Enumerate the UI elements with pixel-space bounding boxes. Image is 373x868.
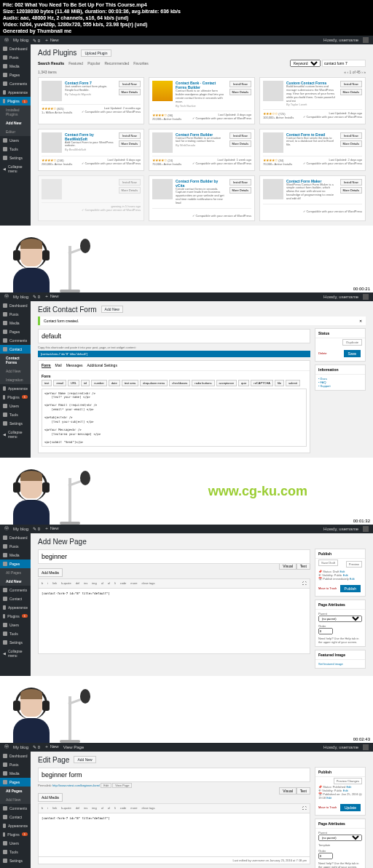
sidebar-pages[interactable]: Pages xyxy=(0,778,31,787)
tag-button[interactable]: text xyxy=(42,380,52,386)
add-media-button[interactable]: Add Media xyxy=(38,793,63,802)
toolbar-button[interactable]: ol xyxy=(106,805,111,811)
tab-featured[interactable]: Featured xyxy=(68,61,83,65)
edit-date[interactable]: Edit xyxy=(350,577,355,581)
install-button[interactable]: Install Now xyxy=(229,179,251,186)
sidebar-pages[interactable]: Pages xyxy=(0,71,31,79)
fullscreen-icon[interactable]: ⛶ xyxy=(301,581,308,586)
tab-popular[interactable]: Popular xyxy=(87,61,100,65)
sidebar-appearance[interactable]: Appearance xyxy=(0,821,31,830)
duplicate-button[interactable]: Duplicate xyxy=(342,339,362,346)
permalink-view-button[interactable]: View Page xyxy=(112,783,132,788)
sidebar-sub-forms[interactable]: Contact Forms xyxy=(0,354,31,367)
preview-button[interactable]: Preview Changes xyxy=(334,778,362,784)
sidebar-tools[interactable]: Tools xyxy=(0,410,31,419)
plugin-name[interactable]: Contact Form Builder by vCita xyxy=(176,179,227,188)
wp-logo-icon[interactable]: ⓦ xyxy=(4,525,9,532)
sidebar-plugins[interactable]: Plugins1 xyxy=(0,393,31,402)
more-details-link[interactable]: More Details xyxy=(119,187,141,194)
save-button[interactable]: Save xyxy=(344,350,361,357)
avatar[interactable] xyxy=(363,294,369,300)
sidebar-sub-allpages[interactable]: All Pages xyxy=(0,568,31,577)
more-details-link[interactable]: More Details xyxy=(119,140,141,147)
toolbar-button[interactable]: li xyxy=(113,805,117,811)
sidebar-posts[interactable]: Posts xyxy=(0,542,31,551)
pagination[interactable]: « ‹ 1 of 45 › » xyxy=(344,70,366,74)
toolbar-button[interactable]: more xyxy=(129,805,138,811)
form-title-input[interactable] xyxy=(38,329,310,343)
wp-logo-icon[interactable]: ⓦ xyxy=(4,744,9,750)
sidebar-pages[interactable]: Pages xyxy=(0,560,31,568)
toolbar-button[interactable]: ol xyxy=(106,581,111,586)
tab-mail[interactable]: Mail xyxy=(55,363,62,368)
sidebar-dashboard[interactable]: Dashboard xyxy=(0,301,31,310)
howdy[interactable]: Howdy, username xyxy=(323,38,358,42)
toolbar-button[interactable]: b-quote xyxy=(60,805,73,811)
tag-button[interactable]: email xyxy=(53,380,66,386)
install-button[interactable]: Install Now xyxy=(340,132,362,139)
shortcode-box[interactable]: [contact-form-7 id="8" title="default"] xyxy=(38,351,310,357)
avatar[interactable] xyxy=(363,744,369,750)
sidebar-appearance[interactable]: Appearance xyxy=(0,88,31,97)
sidebar-sub-allpages[interactable]: All Pages xyxy=(0,787,31,795)
sidebar-collapse[interactable]: ◀ Collapse menu xyxy=(0,428,31,441)
page-title-input[interactable] xyxy=(38,549,310,564)
site-name[interactable]: My blog xyxy=(13,38,28,42)
tab-form[interactable]: Form xyxy=(42,363,51,368)
parent-select[interactable]: (no parent) xyxy=(318,616,362,622)
toolbar-button[interactable]: img xyxy=(90,581,98,586)
parent-select[interactable]: (no parent) xyxy=(318,835,362,841)
avatar[interactable] xyxy=(363,37,369,43)
sidebar-media[interactable]: Media xyxy=(0,769,31,778)
trash-link[interactable]: Move to Trash xyxy=(318,586,337,590)
more-details-link[interactable]: More Details xyxy=(119,89,141,95)
tag-button[interactable]: date xyxy=(109,380,120,386)
sidebar-media[interactable]: Media xyxy=(0,62,31,71)
install-button[interactable]: Install Now xyxy=(229,81,251,87)
sidebar-posts[interactable]: Posts xyxy=(0,760,31,769)
tab-additional[interactable]: Additional Settings xyxy=(87,363,117,368)
tab-recommended[interactable]: Recommended xyxy=(104,61,129,65)
install-button[interactable]: Install Now xyxy=(119,81,141,87)
tag-button[interactable]: text area xyxy=(122,380,139,386)
more-details-link[interactable]: More Details xyxy=(229,140,251,147)
sidebar-appearance[interactable]: Appearance xyxy=(0,603,31,612)
tag-button[interactable]: acceptance xyxy=(216,380,237,386)
update-button[interactable]: Update xyxy=(340,804,361,811)
sidebar-settings[interactable]: Settings xyxy=(0,419,31,428)
tag-button[interactable]: quiz xyxy=(238,380,249,386)
info-link[interactable]: • Support xyxy=(318,384,362,388)
toolbar-button[interactable]: ins xyxy=(82,805,89,811)
toolbar-button[interactable]: close tags xyxy=(140,581,156,586)
tag-button[interactable]: URL xyxy=(68,380,79,386)
sidebar-users[interactable]: Users xyxy=(0,402,31,410)
toolbar-button[interactable]: code xyxy=(119,581,128,586)
install-button[interactable]: Install Now xyxy=(340,81,362,87)
save-draft-button[interactable]: Save Draft xyxy=(318,560,338,566)
sidebar-comments[interactable]: Comments xyxy=(0,79,31,88)
trash-link[interactable]: Move to Trash xyxy=(318,805,337,809)
wp-logo-icon[interactable]: ⓦ xyxy=(4,37,9,44)
sidebar-comments[interactable]: Comments xyxy=(0,804,31,813)
sidebar-collapse[interactable]: ◀ Collapse menu xyxy=(0,865,31,868)
sidebar-sub-integration[interactable]: Integration xyxy=(0,375,31,384)
page-title-input[interactable] xyxy=(38,768,310,782)
sidebar-contact[interactable]: Contact xyxy=(0,813,31,821)
sidebar-media[interactable]: Media xyxy=(0,319,31,327)
add-media-button[interactable]: Add Media xyxy=(38,568,63,577)
toolbar-button[interactable]: ul xyxy=(100,805,105,811)
edit-date[interactable]: Edit xyxy=(326,796,331,800)
sidebar-sub-addnew[interactable]: Add New xyxy=(0,119,31,127)
sidebar-tools[interactable]: Tools xyxy=(0,848,31,856)
sidebar-media[interactable]: Media xyxy=(0,551,31,560)
upload-plugin-button[interactable]: Upload Plugin xyxy=(81,49,111,57)
toolbar-button[interactable]: more xyxy=(129,581,138,586)
fullscreen-icon[interactable]: ⛶ xyxy=(301,805,308,811)
install-button[interactable]: Install Now xyxy=(119,132,141,139)
content-editor[interactable]: [contact-form-7 id="8" title="default"] xyxy=(38,813,310,857)
add-new-button[interactable]: Add New xyxy=(74,756,95,763)
wp-logo-icon[interactable]: ⓦ xyxy=(4,293,9,300)
tab-text[interactable]: Text xyxy=(297,787,310,795)
sidebar-users[interactable]: Users xyxy=(0,839,31,848)
sidebar-posts[interactable]: Posts xyxy=(0,310,31,319)
